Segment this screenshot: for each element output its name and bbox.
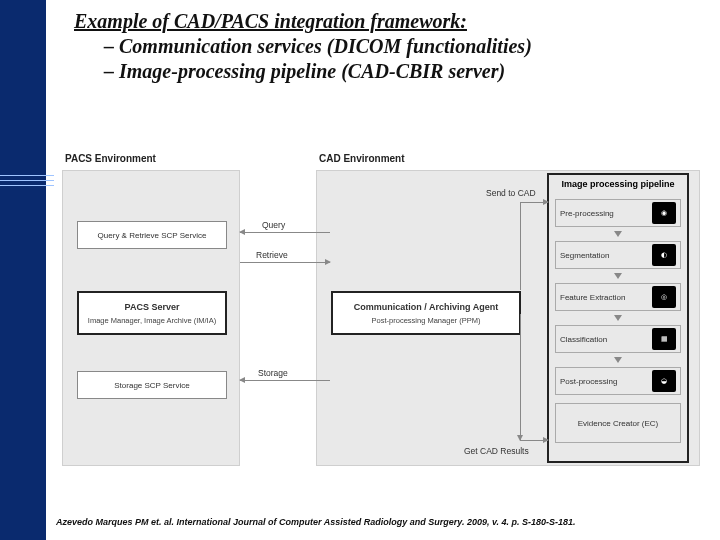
stage-segmentation: Segmentation◐ [555,241,681,269]
label-storage: Storage [258,368,288,378]
pacs-server-sub: Image Manager, Image Archive (IM/IA) [88,316,216,325]
slide-title: Example of CAD/PACS integration framewor… [74,10,690,33]
citation-text: Azevedo Marques PM et. al. International… [56,517,700,528]
integration-diagram: PACS Environment Query & Retrieve SCP Se… [54,144,708,500]
stage-label: Segmentation [560,251,609,260]
bullet-pipeline: – Image-processing pipeline (CAD-CBIR se… [74,60,690,83]
stage-label: Post-processing [560,377,617,386]
ct-thumb-icon: ◉ [652,202,676,224]
stage-postprocessing: Post-processing◒ [555,367,681,395]
storage-scp-box: Storage SCP Service [77,371,227,399]
label-query: Query [262,220,285,230]
arrow-down-icon [614,231,622,237]
arrow-retrieve [240,262,330,263]
arrow-down-icon [614,315,622,321]
comm-agent-label: Communication / Archiving Agent [354,302,498,312]
query-retrieve-box: Query & Retrieve SCP Service [77,221,227,249]
pacs-server-box: PACS Server Image Manager, Image Archive… [77,291,227,335]
classify-icon: ▦ [652,328,676,350]
pacs-environment: PACS Environment Query & Retrieve SCP Se… [62,170,240,466]
feature-icon: ◎ [652,286,676,308]
stage-label: Classification [560,335,607,344]
arrow-storage [240,380,330,381]
evidence-creator-box: Evidence Creator (EC) [555,403,681,443]
stage-preprocessing: Pre-processing◉ [555,199,681,227]
image-pipeline: Image processing pipeline Pre-processing… [547,173,689,463]
stage-label: Feature Extraction [560,293,625,302]
pacs-env-title: PACS Environment [65,153,156,164]
label-retrieve: Retrieve [256,250,288,260]
label-results: Get CAD Results [464,446,529,456]
slide-header: Example of CAD/PACS integration framewor… [0,0,720,87]
arrow-send-v [520,202,521,290]
comm-agent-box: Communication / Archiving Agent Post-pro… [331,291,521,335]
arrow-send [520,202,548,203]
bullet-communication: – Communication services (DICOM function… [74,35,690,58]
stage-feature: Feature Extraction◎ [555,283,681,311]
slide-accent [0,175,60,195]
comm-agent-sub: Post-processing Manager (PPM) [372,316,481,325]
stage-label: Pre-processing [560,209,614,218]
label-send: Send to CAD [486,188,536,198]
arrow-down-icon [614,357,622,363]
arrow-results [520,314,521,440]
arrow-down-icon [614,273,622,279]
arrow-results-h [520,440,548,441]
result-icon: ◒ [652,370,676,392]
pipeline-title: Image processing pipeline [549,175,687,195]
pacs-server-label: PACS Server [125,302,180,312]
lung-mask-icon: ◐ [652,244,676,266]
stage-classification: Classification▦ [555,325,681,353]
cad-environment: CAD Environment Communication / Archivin… [316,170,700,466]
cad-env-title: CAD Environment [319,153,405,164]
arrow-query [240,232,330,233]
